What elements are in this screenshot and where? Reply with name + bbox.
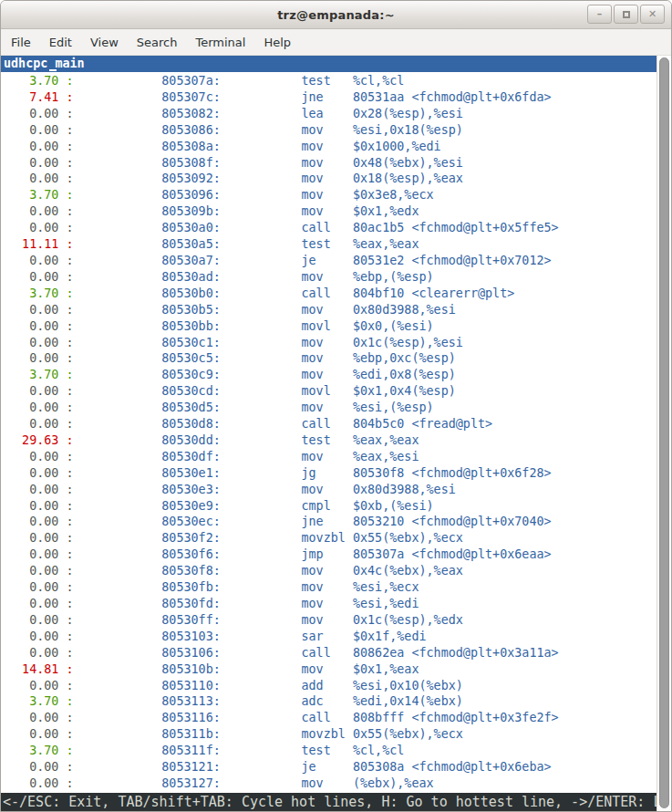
asm-row[interactable]: 0.00 : 80530d5: mov %esi,(%esp) xyxy=(1,400,656,416)
asm-row[interactable]: 3.70 : 805307a: test %cl,%cl xyxy=(1,73,656,89)
sample-percent: 0.00 : xyxy=(7,646,74,660)
asm-row[interactable]: 3.70 : 8053096: mov $0x3e8,%ecx xyxy=(1,187,656,203)
asm-row[interactable]: 0.00 : 80530f6: jmp 805307a <fchmod@plt+… xyxy=(1,547,656,563)
asm-row[interactable]: 7.41 : 805307c: jne 80531aa <fchmod@plt+… xyxy=(1,89,656,106)
asm-row[interactable]: 0.00 : 80530cd: movl $0x1,0x4(%esp) xyxy=(1,383,656,400)
sample-percent: 0.00 : xyxy=(7,466,74,480)
asm-instruction: 80530fd: mov %esi,%edi xyxy=(74,597,419,610)
asm-row[interactable]: 3.70 : 80530c9: mov %edi,0x8(%esp) xyxy=(1,367,656,383)
sample-percent: 0.00 : xyxy=(7,580,74,594)
menu-item-terminal[interactable]: Terminal xyxy=(186,31,254,54)
menu-item-search[interactable]: Search xyxy=(128,31,187,54)
maximize-button[interactable] xyxy=(614,5,638,24)
titlebar[interactable]: trz@empanada:~ – ✕ xyxy=(1,1,671,29)
sample-percent: 0.00 : xyxy=(7,483,74,496)
asm-row[interactable]: 3.70 : 80530b0: call 804bf10 <clearerr@p… xyxy=(1,286,656,302)
asm-row[interactable]: 0.00 : 8053086: mov %esi,0x18(%esp) xyxy=(1,122,656,139)
asm-row[interactable]: 0.00 : 80530f8: mov 0x4c(%ebx),%eax xyxy=(1,563,656,579)
asm-instruction: 8053106: call 80862ea <fchmod@plt+0x3a11… xyxy=(74,646,559,660)
asm-instruction: 8053110: add %esi,0x10(%ebx) xyxy=(74,679,463,692)
close-button[interactable]: ✕ xyxy=(640,5,665,24)
sample-percent: 0.00 : xyxy=(7,417,74,431)
sample-percent: 0.00 : xyxy=(7,630,74,643)
asm-instruction: 80530a0: call 80ac1b5 <fchmod@plt+0x5ffe… xyxy=(74,221,559,234)
sample-percent: 0.00 : xyxy=(7,727,74,741)
sample-percent: 0.00 : xyxy=(7,107,74,120)
asm-row[interactable]: 0.00 : 805309b: mov $0x1,%edx xyxy=(1,203,656,220)
asm-row[interactable]: 0.00 : 80530bb: movl $0x0,(%esi) xyxy=(1,318,656,335)
asm-instruction: 80530e3: mov 0x80d3988,%esi xyxy=(74,483,456,496)
asm-instruction: 80530df: mov %eax,%esi xyxy=(74,450,419,463)
asm-row[interactable]: 0.00 : 8053121: je 805308a <fchmod@plt+0… xyxy=(1,759,656,776)
asm-row[interactable]: 0.00 : 80530e1: jg 80530f8 <fchmod@plt+0… xyxy=(1,465,656,482)
asm-instruction: 805310b: mov $0x1,%eax xyxy=(74,662,419,676)
asm-row[interactable]: 0.00 : 80530d8: call 804b5c0 <fread@plt> xyxy=(1,416,656,432)
sample-percent: 0.00 : xyxy=(7,597,74,610)
asm-row[interactable]: 0.00 : 8053127: mov (%ebx),%eax xyxy=(1,776,656,792)
sample-percent: 0.00 : xyxy=(7,679,74,692)
asm-instruction: 80530ec: jne 8053210 <fchmod@plt+0x7040> xyxy=(74,515,552,528)
asm-instruction: 80530d8: call 804b5c0 <fread@plt> xyxy=(74,417,493,431)
asm-row[interactable]: 0.00 : 805308f: mov 0x48(%ebx),%esi xyxy=(1,155,656,172)
asm-row[interactable]: 0.00 : 80530ff: mov 0x1c(%esp),%edx xyxy=(1,612,656,629)
asm-row[interactable]: 0.00 : 8053103: sar $0x1f,%edi xyxy=(1,629,656,645)
menu-bar: FileEditViewSearchTerminalHelp xyxy=(1,29,671,56)
cursor xyxy=(49,69,57,71)
asm-row[interactable]: 0.00 : 805308a: mov $0x1000,%edi xyxy=(1,139,656,155)
asm-instruction: 80530c1: mov 0x1c(%esp),%esi xyxy=(74,336,463,349)
symbol-header[interactable]: udhcpc main xyxy=(1,56,656,72)
menu-item-edit[interactable]: Edit xyxy=(40,31,81,54)
status-bar: <-/ESC: Exit, TAB/shift+TAB: Cycle hot l… xyxy=(1,793,656,811)
asm-row[interactable]: 0.00 : 80530ad: mov %ebp,(%esp) xyxy=(1,269,656,286)
asm-row[interactable]: 0.00 : 80530fd: mov %esi,%edi xyxy=(1,596,656,612)
sample-percent: 0.00 : xyxy=(7,450,74,463)
scrollbar[interactable] xyxy=(656,56,671,811)
asm-instruction: 80530cd: movl $0x1,0x4(%esp) xyxy=(74,384,456,398)
asm-row[interactable]: 0.00 : 8053116: call 808bfff <fchmod@plt… xyxy=(1,710,656,726)
sample-percent: 3.70 : xyxy=(7,744,74,757)
menu-item-view[interactable]: View xyxy=(81,31,128,54)
asm-instruction: 8053113: adc %edi,0x14(%ebx) xyxy=(74,694,463,708)
asm-row[interactable]: 0.00 : 80530c5: mov %ebp,0xc(%esp) xyxy=(1,350,656,367)
sample-percent: 3.70 : xyxy=(7,286,74,300)
asm-instruction: 805311b: movzbl 0x55(%ebx),%ecx xyxy=(74,727,463,741)
asm-row[interactable]: 0.00 : 8053092: mov 0x18(%esp),%eax xyxy=(1,171,656,187)
sample-percent: 0.00 : xyxy=(7,351,74,365)
asm-row[interactable]: 0.00 : 80530fb: mov %esi,%ecx xyxy=(1,579,656,596)
terminal-window: trz@empanada:~ – ✕ FileEditViewSearchTer… xyxy=(0,0,672,812)
asm-row[interactable]: 0.00 : 80530e3: mov 0x80d3988,%esi xyxy=(1,482,656,498)
sample-percent: 0.00 : xyxy=(7,711,74,724)
asm-row[interactable]: 0.00 : 8053110: add %esi,0x10(%ebx) xyxy=(1,678,656,694)
asm-row[interactable]: 14.81 : 805310b: mov $0x1,%eax xyxy=(1,661,656,678)
asm-row[interactable]: 0.00 : 80530c1: mov 0x1c(%esp),%esi xyxy=(1,335,656,351)
asm-row[interactable]: 3.70 : 8053113: adc %edi,0x14(%ebx) xyxy=(1,693,656,710)
window-controls: – ✕ xyxy=(587,5,665,24)
scrollbar-thumb[interactable] xyxy=(659,57,669,808)
asm-instruction: 8053127: mov (%ebx),%eax xyxy=(74,776,434,790)
asm-row[interactable]: 0.00 : 8053082: lea 0x28(%esp),%esi xyxy=(1,106,656,122)
sample-percent: 3.70 : xyxy=(7,368,74,381)
asm-row[interactable]: 0.00 : 80530b5: mov 0x80d3988,%esi xyxy=(1,302,656,318)
asm-instruction: 80530ff: mov 0x1c(%esp),%edx xyxy=(74,613,463,627)
asm-instruction: 805309b: mov $0x1,%edx xyxy=(74,204,419,218)
asm-row[interactable]: 0.00 : 80530df: mov %eax,%esi xyxy=(1,449,656,465)
sample-percent: 0.00 : xyxy=(7,123,74,137)
asm-row[interactable]: 0.00 : 80530a0: call 80ac1b5 <fchmod@plt… xyxy=(1,220,656,236)
asm-row[interactable]: 0.00 : 80530ec: jne 8053210 <fchmod@plt+… xyxy=(1,514,656,530)
perf-annotate-view: udhcpc main 3.70 : 805307a: test %cl,%cl… xyxy=(1,56,656,811)
minimize-button[interactable]: – xyxy=(587,5,612,24)
asm-instruction: 80530a7: je 80531e2 <fchmod@plt+0x7012> xyxy=(74,254,552,267)
menu-item-file[interactable]: File xyxy=(2,31,40,54)
sample-percent: 3.70 : xyxy=(7,694,74,708)
asm-row[interactable]: 0.00 : 805311b: movzbl 0x55(%ebx),%ecx xyxy=(1,726,656,743)
asm-row[interactable]: 11.11 : 80530a5: test %eax,%eax xyxy=(1,236,656,253)
asm-row[interactable]: 0.00 : 8053106: call 80862ea <fchmod@plt… xyxy=(1,645,656,661)
asm-row[interactable]: 29.63 : 80530dd: test %eax,%eax xyxy=(1,432,656,449)
asm-row[interactable]: 0.00 : 80530f2: movzbl 0x55(%ebx),%ecx xyxy=(1,530,656,547)
asm-instruction: 80530dd: test %eax,%eax xyxy=(74,433,419,447)
menu-item-help[interactable]: Help xyxy=(254,31,300,54)
asm-row[interactable]: 0.00 : 80530a7: je 80531e2 <fchmod@plt+0… xyxy=(1,253,656,269)
asm-row[interactable]: 0.00 : 80530e9: cmpl $0xb,(%esi) xyxy=(1,498,656,515)
asm-row[interactable]: 3.70 : 805311f: test %cl,%cl xyxy=(1,743,656,759)
asm-instruction: 80530ad: mov %ebp,(%esp) xyxy=(74,270,434,284)
